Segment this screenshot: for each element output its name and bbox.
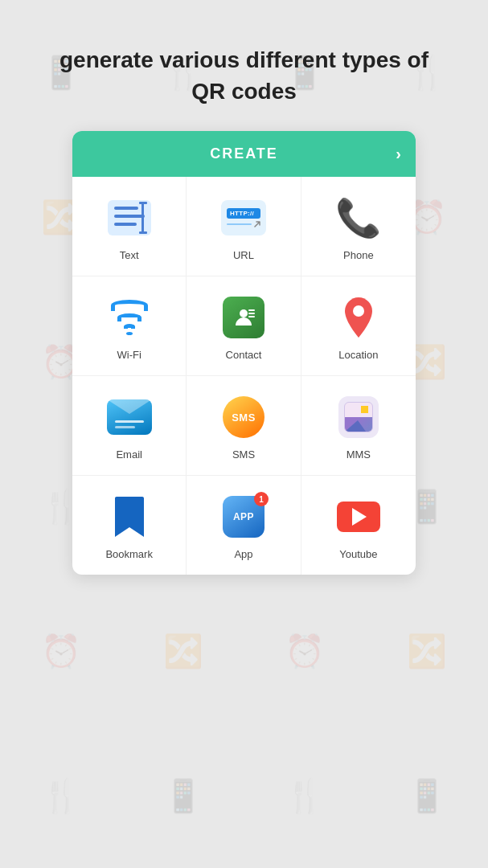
email-flap xyxy=(107,399,152,414)
app-label: App xyxy=(234,548,252,560)
qr-types-card: CREATE › Text xyxy=(72,131,416,575)
mms-sun xyxy=(361,406,368,413)
text-cursor xyxy=(141,202,145,234)
url-link-line xyxy=(227,221,260,227)
url-http-badge: HTTP:// xyxy=(227,208,260,219)
mms-icon-wrapper xyxy=(335,394,382,440)
mms-mountain xyxy=(345,420,366,432)
email-icon-wrapper xyxy=(106,394,153,440)
mms-frame xyxy=(344,402,373,432)
phone-icon: 📞 xyxy=(335,199,381,236)
contact-icon xyxy=(223,297,265,338)
contact-label: Contact xyxy=(226,349,262,361)
grid-item-text[interactable]: Text xyxy=(72,177,187,276)
url-arrow-icon xyxy=(254,221,260,227)
grid-item-phone[interactable]: 📞 Phone xyxy=(301,177,416,276)
phone-label: Phone xyxy=(343,249,374,261)
bookmark-icon xyxy=(112,495,147,538)
location-label: Location xyxy=(338,349,378,361)
app-icon-wrapper: 1 APP xyxy=(220,493,267,540)
grid-item-bookmark[interactable]: Bookmark xyxy=(72,476,187,575)
email-line-1 xyxy=(115,420,144,423)
qr-types-grid: Text HTTP:// URL xyxy=(72,177,416,575)
bookmark-label: Bookmark xyxy=(105,548,153,560)
url-http-text: HTTP:// xyxy=(230,210,254,217)
email-lines xyxy=(115,420,144,428)
url-icon: HTTP:// xyxy=(221,200,266,235)
create-bar-label: CREATE xyxy=(210,145,278,162)
create-bar[interactable]: CREATE › xyxy=(72,131,416,177)
email-line-2 xyxy=(115,426,135,428)
text-icon xyxy=(108,200,151,235)
mms-icon xyxy=(338,396,379,438)
email-label: Email xyxy=(116,448,142,461)
sms-icon-text: SMS xyxy=(232,411,256,424)
svg-point-0 xyxy=(240,309,248,317)
wifi-arc-large xyxy=(111,300,148,311)
grid-item-wifi[interactable]: Wi-Fi xyxy=(72,276,187,376)
create-bar-arrow-icon: › xyxy=(396,145,401,163)
sms-icon: SMS xyxy=(223,396,265,438)
email-envelope xyxy=(107,399,152,435)
grid-item-url[interactable]: HTTP:// URL xyxy=(187,177,301,276)
text-line-3 xyxy=(114,223,137,226)
wifi-label: Wi-Fi xyxy=(117,349,141,361)
app-icon: 1 APP xyxy=(223,496,265,538)
text-label: Text xyxy=(120,249,139,261)
grid-item-app[interactable]: 1 APP App xyxy=(187,476,301,575)
url-line xyxy=(227,223,252,225)
sms-label: SMS xyxy=(232,448,255,461)
wifi-icon-wrapper xyxy=(106,294,153,341)
sms-icon-wrapper: SMS xyxy=(220,394,267,440)
grid-item-sms[interactable]: SMS SMS xyxy=(187,376,301,476)
wifi-icon xyxy=(109,300,150,335)
bookmark-icon-wrapper xyxy=(106,493,153,540)
contact-icon-wrapper xyxy=(220,294,267,341)
header-description: generate various different types of QR c… xyxy=(0,0,488,131)
text-icon-wrapper xyxy=(106,194,153,241)
grid-item-location[interactable]: Location xyxy=(301,276,416,376)
wifi-arc-medium xyxy=(117,313,141,321)
text-line-1 xyxy=(114,207,138,210)
grid-item-youtube[interactable]: Youtube xyxy=(301,476,416,575)
youtube-label: Youtube xyxy=(339,548,377,560)
phone-icon-wrapper: 📞 xyxy=(335,194,382,241)
email-icon xyxy=(107,399,152,435)
grid-item-contact[interactable]: Contact xyxy=(187,276,301,376)
wifi-arc-small xyxy=(124,324,135,329)
youtube-icon-wrapper xyxy=(335,493,382,540)
location-icon xyxy=(339,296,378,339)
location-icon-wrapper xyxy=(335,294,382,341)
app-text: APP xyxy=(233,511,254,522)
mms-label: MMS xyxy=(347,448,371,461)
app-badge: 1 xyxy=(254,492,269,506)
wifi-dot xyxy=(126,332,133,335)
grid-item-email[interactable]: Email xyxy=(72,376,187,476)
url-label: URL xyxy=(233,249,254,261)
youtube-play-icon xyxy=(352,508,367,526)
text-line-2 xyxy=(114,215,145,218)
svg-point-4 xyxy=(353,305,364,317)
grid-item-mms[interactable]: MMS xyxy=(301,376,416,476)
url-icon-wrapper: HTTP:// xyxy=(220,194,267,241)
youtube-icon xyxy=(337,502,380,532)
